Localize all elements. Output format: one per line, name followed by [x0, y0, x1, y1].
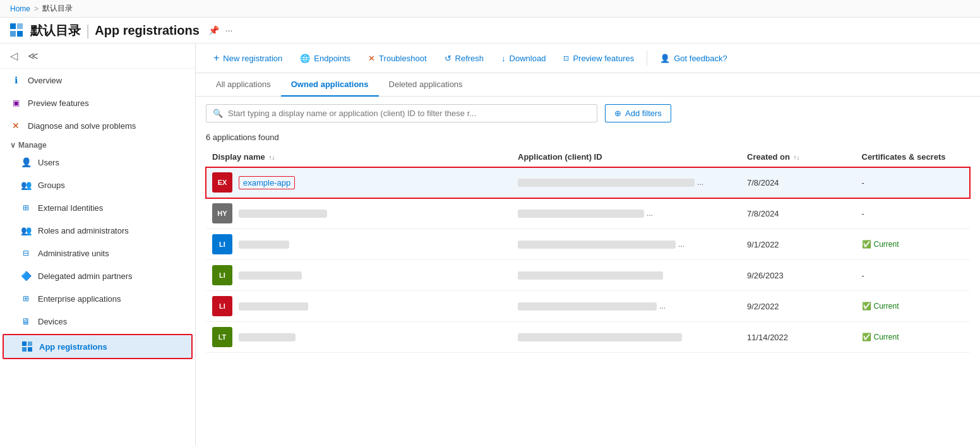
title-separator: |: [86, 21, 90, 39]
app-badge: LI: [212, 265, 232, 285]
client-id-cell: ...: [511, 198, 741, 229]
client-id-value: ...: [518, 209, 734, 218]
sidebar-item-diagnose[interactable]: ✕ Diagnose and solve problems: [0, 114, 195, 137]
app-badge: LI: [212, 234, 232, 254]
app-cell: LI: [212, 265, 505, 285]
certs-cell: ✅ Current: [856, 322, 971, 353]
feedback-icon: 👤: [660, 54, 670, 63]
app-display-cell[interactable]: LI: [206, 291, 511, 322]
enterprise-icon: ⊞: [20, 293, 32, 304]
sidebar-expand-btn[interactable]: ≪: [25, 49, 41, 63]
app-badge: EX: [212, 172, 232, 193]
table-row[interactable]: HY ... 7/8/2024 -: [206, 198, 970, 229]
sort-icon-display: ↑↓: [268, 154, 275, 161]
app-name-link[interactable]: example-app: [239, 176, 295, 189]
sidebar-item-preview-features[interactable]: ▣ Preview features: [0, 92, 195, 114]
roles-icon: 👥: [20, 225, 32, 236]
tab-deleted-applications[interactable]: Deleted applications: [379, 73, 473, 97]
download-button[interactable]: ↓ Download: [494, 50, 553, 67]
users-icon: 👤: [20, 157, 32, 168]
refresh-icon: ↺: [445, 54, 451, 63]
table-row[interactable]: EX example-app ... 7/8/2024 -: [206, 167, 970, 198]
col-display-name[interactable]: Display name ↑↓: [206, 147, 511, 167]
sidebar-item-enterprise-apps[interactable]: ⊞ Enterprise applications: [0, 287, 195, 310]
client-id-value: [518, 271, 734, 280]
search-icon: 🔍: [213, 109, 223, 118]
sidebar-item-external-identities[interactable]: ⊞ External Identities: [0, 196, 195, 219]
filter-bar: 🔍 ⊕ Add filters: [196, 97, 980, 130]
sidebar-item-delegated-admin[interactable]: 🔷 Delegated admin partners: [0, 264, 195, 287]
app-display-cell[interactable]: EX example-app: [206, 167, 511, 198]
manage-section-header: ∨ Manage: [0, 137, 195, 151]
sidebar-controls: ◁ ≪: [0, 44, 195, 69]
preview-features-button[interactable]: ⊡ Preview features: [556, 50, 642, 67]
search-input[interactable]: [228, 109, 590, 118]
preview-toolbar-icon: ⊡: [563, 54, 569, 62]
breadcrumb-current: 默认目录: [42, 3, 73, 14]
col-created-on[interactable]: Created on ↑↓: [741, 147, 856, 167]
chevron-icon: ∨: [10, 141, 16, 150]
table-area: 6 applications found Display name ↑↓ App…: [196, 130, 980, 445]
add-filters-button[interactable]: ⊕ Add filters: [605, 104, 671, 122]
created-on-cell: 7/8/2024: [741, 167, 856, 198]
breadcrumb-sep: >: [34, 4, 39, 13]
svg-rect-3: [28, 347, 32, 352]
certs-cell: ✅ Current: [856, 291, 971, 322]
toolbar: + New registration 🌐 Endpoints ✕ Trouble…: [196, 44, 980, 73]
sidebar-collapse-btn[interactable]: ◁: [8, 49, 20, 63]
sidebar-label-groups: Groups: [38, 181, 185, 190]
delegated-icon: 🔷: [20, 270, 32, 282]
sidebar-label-users: Users: [38, 158, 185, 167]
breadcrumb-home[interactable]: Home: [10, 4, 30, 13]
new-registration-button[interactable]: + New registration: [206, 49, 290, 68]
tab-owned-applications[interactable]: Owned applications: [281, 73, 379, 97]
search-box[interactable]: 🔍: [206, 104, 597, 122]
page-title-bar: 默认目录 | App registrations 📌 ···: [0, 18, 980, 44]
sidebar-item-overview[interactable]: ℹ Overview: [0, 69, 195, 92]
app-display-cell[interactable]: LI: [206, 229, 511, 260]
sidebar-label-preview: Preview features: [28, 98, 185, 108]
table-row[interactable]: LT 11/14/2022 ✅: [206, 322, 970, 353]
sidebar-item-admin-units[interactable]: ⊟ Administrative units: [0, 242, 195, 264]
certs-cell: -: [856, 167, 971, 198]
more-icon[interactable]: ···: [225, 25, 233, 35]
tab-bar: All applications Owned applications Dele…: [196, 73, 980, 97]
sidebar-item-app-registrations[interactable]: App registrations: [3, 334, 193, 359]
sidebar: ◁ ≪ ℹ Overview ▣ Preview features ✕ Diag…: [0, 44, 196, 445]
col-client-id: Application (client) ID: [511, 147, 741, 167]
table-row[interactable]: LI ... 9/2/2022: [206, 291, 970, 322]
applications-table: Display name ↑↓ Application (client) ID …: [206, 147, 970, 353]
page-title: 默认目录 | App registrations: [30, 21, 200, 39]
sidebar-label-app-reg: App registrations: [39, 342, 181, 352]
app-display-cell[interactable]: LT: [206, 322, 511, 353]
tab-all-applications[interactable]: All applications: [206, 73, 281, 97]
feedback-button[interactable]: 👤 Got feedback?: [652, 50, 735, 67]
endpoints-button[interactable]: 🌐 Endpoints: [292, 50, 358, 67]
plus-icon: +: [213, 52, 219, 64]
sidebar-item-users[interactable]: 👤 Users: [0, 151, 195, 174]
app-cell: LI: [212, 296, 505, 316]
pin-icon[interactable]: 📌: [208, 25, 219, 35]
globe-icon: 🌐: [300, 54, 310, 63]
sidebar-item-devices[interactable]: 🖥 Devices: [0, 310, 195, 333]
troubleshoot-button[interactable]: ✕ Troubleshoot: [361, 50, 434, 67]
app-display-cell[interactable]: HY: [206, 198, 511, 229]
created-on-cell: 9/2/2022: [741, 291, 856, 322]
sidebar-item-groups[interactable]: 👥 Groups: [0, 174, 195, 196]
sidebar-label-admin-units: Administrative units: [38, 249, 185, 258]
diagnose-icon: ✕: [10, 120, 21, 131]
refresh-button[interactable]: ↺ Refresh: [437, 50, 492, 67]
app-display-cell[interactable]: LI: [206, 260, 511, 291]
svg-rect-1: [28, 341, 32, 346]
azure-logo: [10, 23, 24, 37]
table-row[interactable]: LI ... 9/1/2022: [206, 229, 970, 260]
client-id-cell: ...: [511, 229, 741, 260]
status-badge: ✅ Current: [862, 333, 964, 341]
svg-rect-2: [22, 347, 27, 352]
sidebar-label-delegated: Delegated admin partners: [38, 271, 185, 281]
info-icon: ℹ: [10, 74, 21, 86]
sidebar-item-roles[interactable]: 👥 Roles and administrators: [0, 219, 195, 242]
table-row[interactable]: LI 9/26/2023 -: [206, 260, 970, 291]
client-id-value: ...: [518, 178, 734, 187]
check-icon: ✅: [862, 240, 871, 249]
